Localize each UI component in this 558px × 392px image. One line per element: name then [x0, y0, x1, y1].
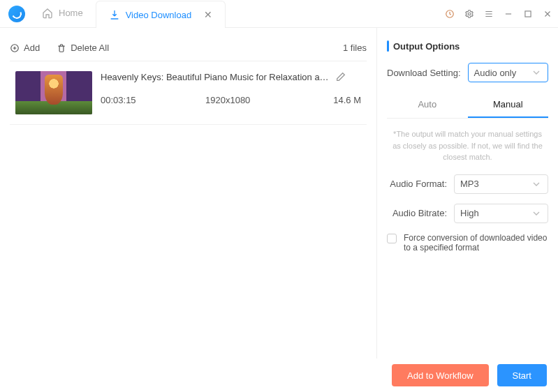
sidebar: Output Options Download Setting: Audio o…	[376, 28, 558, 359]
chevron-down-icon	[531, 179, 542, 190]
audio-format-select[interactable]: MP3	[454, 174, 548, 194]
close-icon[interactable]	[543, 9, 552, 19]
audio-bitrate-value: High	[460, 208, 479, 218]
tabs: Home Video Download ✕	[29, 0, 226, 27]
audio-format-value: MP3	[460, 179, 479, 189]
svg-point-1	[468, 13, 471, 15]
chevron-down-icon	[531, 208, 542, 219]
files-count: 1 files	[343, 43, 367, 53]
tab-home-label: Home	[59, 8, 83, 18]
main-pane: Add Delete All 1 files Heavenly Keys: Be…	[0, 28, 376, 359]
tab-auto[interactable]: Auto	[387, 92, 468, 118]
maximize-icon[interactable]	[523, 9, 533, 19]
start-button[interactable]: Start	[497, 364, 547, 386]
video-thumbnail	[15, 71, 92, 114]
app-logo	[8, 6, 25, 22]
edit-icon[interactable]	[335, 71, 346, 82]
tab-home[interactable]: Home	[29, 0, 96, 27]
tab-manual[interactable]: Manual	[468, 92, 549, 118]
video-meta: 00:03:15 1920x1080 14.6 M	[101, 95, 361, 105]
audio-format-row: Audio Format: MP3	[387, 174, 548, 194]
video-item[interactable]: Heavenly Keys: Beautiful Piano Music for…	[10, 61, 367, 125]
download-setting-label: Download Setting:	[387, 68, 461, 78]
force-conversion-checkbox[interactable]	[387, 234, 397, 243]
tab-close-icon[interactable]: ✕	[204, 9, 212, 20]
tab-video-download[interactable]: Video Download ✕	[96, 1, 226, 28]
download-setting-select[interactable]: Audio only	[468, 63, 548, 82]
mode-tabs: Auto Manual	[387, 92, 548, 119]
video-resolution: 1920x1080	[205, 95, 303, 105]
manual-hint: *The output will match your manual setti…	[391, 128, 544, 163]
audio-bitrate-row: Audio Bitrate: High	[387, 204, 548, 223]
add-button[interactable]: Add	[10, 43, 40, 53]
video-size: 14.6 M	[333, 95, 361, 105]
svg-rect-2	[525, 10, 531, 16]
list-toolbar: Add Delete All 1 files	[10, 35, 367, 61]
delete-all-button[interactable]: Delete All	[57, 43, 109, 53]
menu-icon[interactable]	[484, 9, 494, 19]
audio-bitrate-label: Audio Bitrate:	[387, 208, 447, 218]
chevron-down-icon	[531, 67, 542, 78]
download-icon	[109, 9, 120, 20]
add-label: Add	[24, 43, 40, 53]
download-setting-row: Download Setting: Audio only	[387, 63, 548, 82]
force-conversion-label: Force conversion of downloaded video to …	[404, 233, 548, 252]
titlebar: Home Video Download ✕	[0, 0, 558, 28]
delete-all-label: Delete All	[71, 43, 109, 53]
download-setting-value: Audio only	[474, 68, 517, 78]
output-options-title: Output Options	[387, 40, 548, 52]
footer: Add to Workflow Start	[0, 359, 558, 392]
video-title: Heavenly Keys: Beautiful Piano Music for…	[101, 72, 331, 82]
audio-bitrate-select[interactable]: High	[454, 204, 548, 223]
audio-format-label: Audio Format:	[387, 179, 447, 189]
add-to-workflow-button[interactable]: Add to Workflow	[392, 364, 488, 386]
content: Add Delete All 1 files Heavenly Keys: Be…	[0, 28, 558, 359]
settings-icon[interactable]	[464, 9, 474, 19]
video-item-body: Heavenly Keys: Beautiful Piano Music for…	[101, 71, 361, 114]
minimize-icon[interactable]	[504, 9, 513, 19]
trash-icon	[57, 43, 66, 53]
video-duration: 00:03:15	[101, 95, 205, 105]
plus-icon	[10, 43, 20, 53]
window-controls	[445, 9, 552, 19]
force-conversion-row[interactable]: Force conversion of downloaded video to …	[387, 233, 548, 252]
history-icon[interactable]	[445, 9, 455, 19]
home-icon	[42, 8, 53, 19]
tab-video-download-label: Video Download	[126, 10, 191, 20]
video-title-row: Heavenly Keys: Beautiful Piano Music for…	[101, 71, 361, 82]
